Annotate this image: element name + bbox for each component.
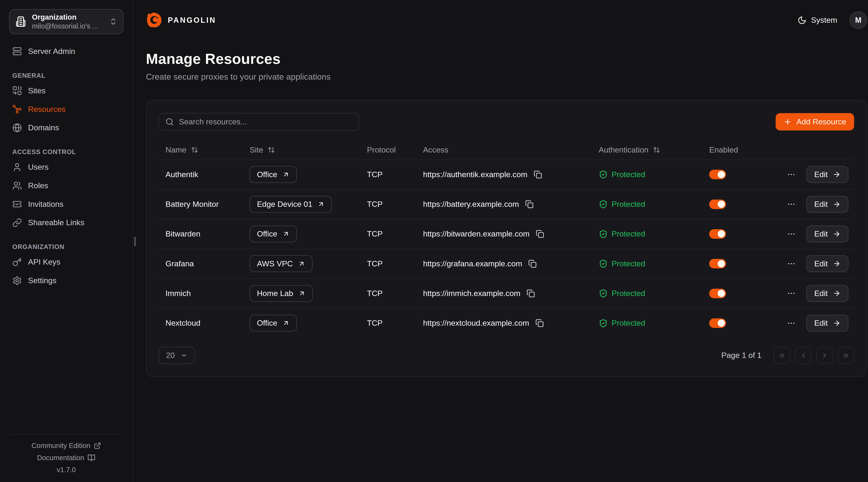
column-header-protocol: Protocol [360, 146, 416, 154]
last-page-button[interactable] [838, 347, 854, 364]
gear-icon [12, 276, 22, 285]
sidebar-item-domains[interactable]: Domains [9, 119, 124, 137]
site-name: AWS VPC [257, 259, 293, 268]
org-selector[interactable]: Organization milo@fossorial.io's ... [9, 9, 124, 34]
row-menu-button[interactable] [786, 228, 797, 239]
site-link-button[interactable]: Edge Device 01 [250, 196, 332, 213]
toggle-knob [718, 200, 725, 208]
enabled-cell [703, 199, 770, 209]
row-menu-button[interactable] [786, 318, 797, 329]
site-link-button[interactable]: AWS VPC [250, 255, 312, 272]
enabled-toggle[interactable] [709, 199, 726, 209]
column-header-authentication[interactable]: Authentication [592, 146, 703, 154]
page-header: Manage Resources Create secure proxies t… [146, 51, 867, 82]
edit-button[interactable]: Edit [806, 196, 848, 213]
edit-button[interactable]: Edit [806, 166, 848, 183]
row-actions: Edit [770, 285, 854, 302]
sidebar-item-shareable-links[interactable]: Shareable Links [9, 214, 124, 232]
table-row: Battery Monitor Edge Device 01 TCP https… [159, 189, 854, 219]
page-size-select[interactable]: 20 [159, 347, 195, 364]
avatar-initial: M [855, 16, 861, 25]
access-url: https://nextcloud.example.com [423, 319, 529, 328]
site-link-button[interactable]: Office [250, 315, 297, 331]
ellipsis-icon [787, 170, 796, 179]
row-menu-button[interactable] [786, 288, 797, 299]
add-resource-button[interactable]: Add Resource [776, 113, 854, 130]
row-menu-button[interactable] [786, 258, 797, 269]
copy-icon [525, 200, 533, 208]
copy-url-button[interactable] [535, 319, 544, 327]
sidebar-resize-handle[interactable] [134, 237, 136, 246]
topbar: PANGOLIN System M [146, 0, 867, 40]
sidebar-item-label: Sites [28, 86, 45, 95]
edit-button[interactable]: Edit [806, 285, 848, 302]
column-header-name[interactable]: Name [159, 146, 243, 154]
resources-card: Add Resource Name Site Protocol Access [146, 100, 867, 377]
enabled-toggle[interactable] [709, 289, 726, 298]
ellipsis-icon [787, 259, 796, 268]
combine-icon [12, 86, 22, 95]
documentation-link[interactable]: Documentation [37, 454, 95, 462]
sidebar-item-server-admin[interactable]: Server Admin [9, 42, 124, 61]
copy-url-button[interactable] [534, 170, 542, 179]
community-edition-link[interactable]: Community Edition [31, 442, 101, 450]
pagination-buttons [774, 347, 854, 364]
sidebar-item-resources[interactable]: Resources [9, 100, 124, 119]
row-actions: Edit [770, 166, 854, 183]
sidebar-item-sites[interactable]: Sites [9, 82, 124, 100]
shield-check-icon [599, 259, 608, 268]
search-input[interactable] [179, 117, 352, 126]
edit-button[interactable]: Edit [806, 315, 848, 331]
moon-icon [798, 16, 807, 25]
sidebar-item-roles[interactable]: Roles [9, 176, 124, 195]
first-page-button[interactable] [774, 347, 790, 364]
globe-icon [12, 123, 22, 133]
sidebar-item-invitations[interactable]: Invitations [9, 195, 124, 214]
auth-status: Protected [592, 229, 703, 238]
copy-url-button[interactable] [536, 230, 544, 238]
edit-label: Edit [814, 170, 828, 179]
sidebar-item-api-keys[interactable]: API Keys [9, 253, 124, 271]
row-menu-button[interactable] [786, 169, 797, 180]
edit-label: Edit [814, 200, 828, 209]
protocol-cell: TCP [360, 200, 416, 209]
brand-logo: PANGOLIN [146, 12, 216, 29]
theme-toggle[interactable]: System [798, 15, 837, 25]
column-header-access: Access [416, 146, 592, 154]
enabled-toggle[interactable] [709, 318, 726, 328]
arrow-right-icon [833, 260, 841, 267]
site-link-button[interactable]: Home Lab [250, 285, 313, 302]
org-selector-title: Organization [32, 13, 103, 22]
sidebar-item-users[interactable]: Users [9, 158, 124, 176]
site-link-button[interactable]: Office [250, 226, 297, 243]
avatar[interactable]: M [849, 11, 867, 29]
edit-button[interactable]: Edit [806, 255, 848, 272]
row-menu-button[interactable] [786, 199, 797, 210]
link-icon [12, 218, 22, 227]
arrow-right-icon [833, 319, 841, 327]
enabled-toggle[interactable] [709, 259, 726, 268]
copy-url-button[interactable] [527, 289, 535, 297]
previous-page-button[interactable] [795, 347, 811, 364]
sidebar-item-settings[interactable]: Settings [9, 271, 124, 290]
enabled-toggle[interactable] [709, 229, 726, 239]
table-row: Immich Home Lab TCP https://immich.examp… [159, 278, 854, 308]
edit-button[interactable]: Edit [806, 226, 848, 243]
theme-label: System [811, 15, 837, 25]
copy-icon [535, 319, 544, 327]
search-icon [165, 118, 174, 126]
site-name: Office [257, 229, 277, 238]
copy-url-button[interactable] [528, 260, 536, 268]
enabled-toggle[interactable] [709, 170, 726, 179]
edit-label: Edit [814, 259, 828, 268]
column-label: Name [165, 146, 186, 154]
next-page-button[interactable] [816, 347, 833, 364]
chevron-left-icon [799, 352, 807, 359]
card-footer: 20 Page 1 of 1 [159, 347, 854, 364]
protocol-cell: TCP [360, 229, 416, 238]
resources-table: Name Site Protocol Access Authentication [159, 140, 854, 338]
enabled-cell [703, 289, 770, 298]
site-link-button[interactable]: Office [250, 166, 297, 183]
copy-url-button[interactable] [525, 200, 533, 208]
column-header-site[interactable]: Site [243, 146, 360, 154]
